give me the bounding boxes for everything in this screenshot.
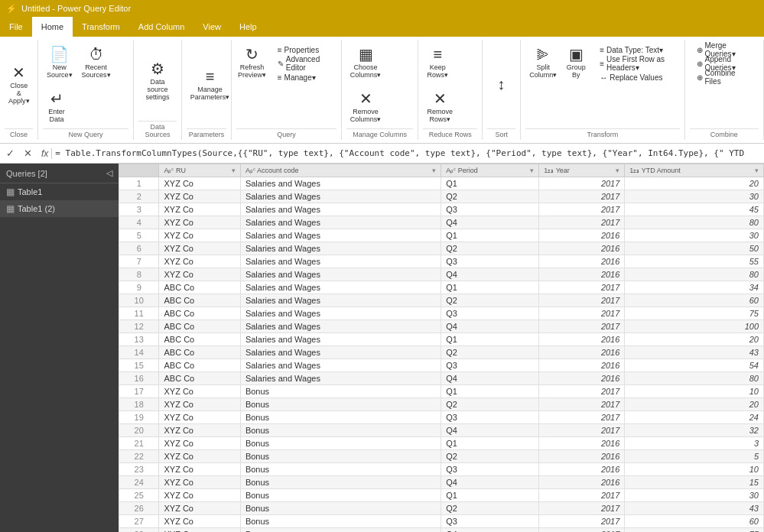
- table-row[interactable]: 25 XYZ Co Bonus Q1 2017 30: [119, 489, 764, 502]
- ribbon-group-manage-columns: ▦ ChooseColumns▾ ✕ RemoveColumns▾ Manage…: [342, 40, 419, 140]
- use-first-row-button[interactable]: ≡ Use First Row as Headers▾: [596, 57, 676, 70]
- year-cell: 2017: [539, 502, 625, 515]
- ytd-cell: 5: [625, 450, 764, 463]
- table-row[interactable]: 23 XYZ Co Bonus Q3 2016 10: [119, 463, 764, 476]
- account-code-cell: Bonus: [240, 411, 441, 424]
- data-type-icon: ≡: [600, 46, 604, 54]
- recent-sources-button[interactable]: ⏱ RecentSources▾: [78, 41, 115, 84]
- period-cell: Q4: [441, 372, 539, 385]
- refresh-preview-button[interactable]: ↻ RefreshPreview▾: [236, 41, 268, 84]
- table-row[interactable]: 8 XYZ Co Salaries and Wages Q4 2016 80: [119, 268, 764, 281]
- table-row[interactable]: 3 XYZ Co Salaries and Wages Q3 2017 45: [119, 203, 764, 216]
- split-column-button[interactable]: ⫸ SplitColumn▾: [525, 41, 561, 84]
- account-code-cell: Bonus: [240, 463, 441, 476]
- group-by-button[interactable]: ▣ GroupBy: [562, 41, 590, 84]
- table-row[interactable]: 15 ABC Co Salaries and Wages Q3 2016 54: [119, 359, 764, 372]
- table-row[interactable]: 21 XYZ Co Bonus Q1 2016 3: [119, 437, 764, 450]
- ru-filter-icon[interactable]: ▾: [232, 167, 236, 174]
- table-row[interactable]: 13 ABC Co Salaries and Wages Q1 2016 20: [119, 333, 764, 346]
- parameters-buttons: ≡ ManageParameters▾: [187, 41, 234, 128]
- ru-cell: XYZ Co: [159, 424, 240, 437]
- tab-view[interactable]: View: [193, 17, 230, 37]
- col-header-year[interactable]: 1₂₃ Year ▾: [539, 164, 625, 177]
- ytd-cell: 32: [625, 424, 764, 437]
- col-header-account-code[interactable]: Aᵦᶜ Account code ▾: [240, 164, 441, 177]
- close-apply-icon: ✕: [12, 65, 25, 80]
- ru-type-icon: Aᵦᶜ RU: [164, 167, 186, 174]
- table-row[interactable]: 6 XYZ Co Salaries and Wages Q2 2016 50: [119, 242, 764, 255]
- query-sm-buttons: ≡ Properties ✎ Advanced Editor ≡ Manage▾: [271, 41, 336, 86]
- new-source-button[interactable]: 📄 NewSource▾: [43, 41, 76, 84]
- period-cell: Q1: [441, 489, 539, 502]
- table-header-row: Aᵦᶜ RU ▾ Aᵦᶜ Account code ▾ Aᵦᶜ Period: [119, 164, 764, 177]
- table-row[interactable]: 27 XYZ Co Bonus Q3 2017 60: [119, 515, 764, 528]
- ru-cell: XYZ Co: [159, 411, 240, 424]
- ribbon-group-new-query: 📄 NewSource▾ ⏱ RecentSources▾ ↵ EnterDat…: [38, 40, 134, 140]
- combine-files-button[interactable]: ⊕ Combine Files: [693, 70, 756, 84]
- period-cell: Q3: [441, 515, 539, 528]
- account-code-filter-icon[interactable]: ▾: [432, 167, 436, 174]
- tab-add-column[interactable]: Add Column: [129, 17, 194, 37]
- table-row[interactable]: 28 XYZ Co Bonus Q4 2017 75: [119, 528, 764, 533]
- enter-data-label: EnterData: [48, 108, 65, 123]
- year-cell: 2016: [539, 346, 625, 359]
- table-row[interactable]: 22 XYZ Co Bonus Q2 2016 5: [119, 450, 764, 463]
- table-row[interactable]: 11 ABC Co Salaries and Wages Q3 2017 75: [119, 307, 764, 320]
- replace-values-button[interactable]: ↔ Replace Values: [596, 70, 676, 84]
- table-row[interactable]: 14 ABC Co Salaries and Wages Q2 2016 43: [119, 346, 764, 359]
- remove-columns-button[interactable]: ✕ RemoveColumns▾: [346, 86, 385, 128]
- sidebar-item-table1[interactable]: ▦ Table1: [0, 183, 119, 200]
- period-cell: Q2: [441, 450, 539, 463]
- table-row[interactable]: 12 ABC Co Salaries and Wages Q4 2017 100: [119, 320, 764, 333]
- ytd-cell: 10: [625, 463, 764, 476]
- enter-data-button[interactable]: ↵ EnterData: [43, 86, 70, 128]
- manage-parameters-button[interactable]: ≡ ManageParameters▾: [187, 63, 234, 106]
- table-row[interactable]: 24 XYZ Co Bonus Q4 2016 15: [119, 476, 764, 489]
- period-cell: Q3: [441, 359, 539, 372]
- row-num-cell: 10: [119, 294, 159, 307]
- table-row[interactable]: 1 XYZ Co Salaries and Wages Q1 2017 20: [119, 177, 764, 190]
- tab-help[interactable]: Help: [230, 17, 266, 37]
- sidebar-collapse-icon[interactable]: ◁: [106, 168, 112, 178]
- sidebar-item-table1-2[interactable]: ▦ Table1 (2): [0, 200, 119, 217]
- close-apply-label: Close &Apply▾: [8, 82, 30, 105]
- ytd-filter-icon[interactable]: ▾: [755, 167, 759, 174]
- year-cell: 2017: [539, 307, 625, 320]
- col-header-ytd[interactable]: 1₂₃ YTD Amount ▾: [625, 164, 764, 177]
- data-source-settings-button[interactable]: ⚙ Data sourcesettings: [138, 60, 177, 102]
- table-row[interactable]: 2 XYZ Co Salaries and Wages Q2 2017 30: [119, 190, 764, 203]
- ribbon-tabs: File Home Transform Add Column View Help: [0, 17, 764, 37]
- check-icon[interactable]: ✓: [3, 148, 18, 159]
- table-row[interactable]: 20 XYZ Co Bonus Q4 2017 32: [119, 424, 764, 437]
- table-row[interactable]: 26 XYZ Co Bonus Q2 2017 43: [119, 502, 764, 515]
- choose-columns-button[interactable]: ▦ ChooseColumns▾: [346, 41, 385, 84]
- group-by-label: GroupBy: [567, 63, 586, 79]
- sort-button[interactable]: ↕: [487, 63, 515, 106]
- table-row[interactable]: 19 XYZ Co Bonus Q3 2017 24: [119, 411, 764, 424]
- keep-rows-button[interactable]: ≡ KeepRows▾: [423, 41, 452, 84]
- cross-icon[interactable]: ✕: [21, 148, 35, 159]
- table-row[interactable]: 5 XYZ Co Salaries and Wages Q1 2016 30: [119, 229, 764, 242]
- table-row[interactable]: 4 XYZ Co Salaries and Wages Q4 2017 80: [119, 216, 764, 229]
- reduce-rows-buttons: ≡ KeepRows▾ ✕ RemoveRows▾: [423, 41, 477, 128]
- table-row[interactable]: 10 ABC Co Salaries and Wages Q2 2017 60: [119, 294, 764, 307]
- sidebar-header: Queries [2] ◁: [0, 164, 119, 183]
- tab-transform[interactable]: Transform: [73, 17, 129, 37]
- ytd-cell: 30: [625, 190, 764, 203]
- table-row[interactable]: 9 ABC Co Salaries and Wages Q1 2017 34: [119, 281, 764, 294]
- col-header-ru[interactable]: Aᵦᶜ RU ▾: [159, 164, 240, 177]
- year-filter-icon[interactable]: ▾: [616, 167, 619, 174]
- advanced-editor-button[interactable]: ✎ Advanced Editor: [274, 57, 333, 70]
- tab-file[interactable]: File: [0, 17, 32, 37]
- table-row[interactable]: 18 XYZ Co Bonus Q2 2017 20: [119, 398, 764, 411]
- tab-home[interactable]: Home: [32, 17, 73, 37]
- table-row[interactable]: 17 XYZ Co Bonus Q1 2017 10: [119, 385, 764, 398]
- table-row[interactable]: 7 XYZ Co Salaries and Wages Q3 2016 55: [119, 255, 764, 268]
- col-header-period[interactable]: Aᵦᶜ Period ▾: [441, 164, 539, 177]
- remove-rows-button[interactable]: ✕ RemoveRows▾: [423, 86, 457, 128]
- close-apply-button[interactable]: ✕ Close &Apply▾: [5, 63, 34, 106]
- manage-button[interactable]: ≡ Manage▾: [274, 70, 333, 84]
- table-row[interactable]: 16 ABC Co Salaries and Wages Q4 2016 80: [119, 372, 764, 385]
- period-filter-icon[interactable]: ▾: [530, 167, 534, 174]
- account-code-cell: Salaries and Wages: [240, 229, 441, 242]
